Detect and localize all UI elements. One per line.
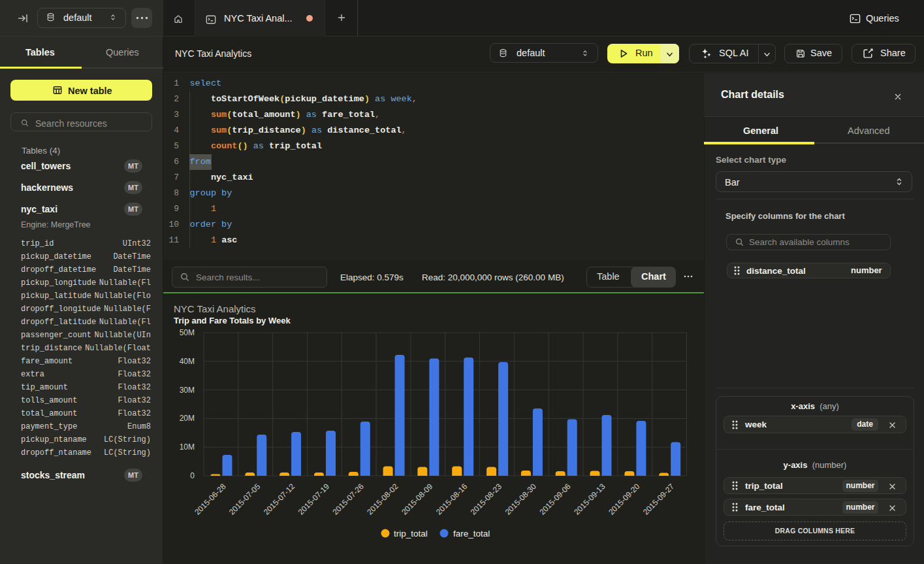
svg-text:10M: 10M	[180, 442, 195, 452]
svg-text:30M: 30M	[180, 386, 195, 395]
svg-text:2015-07-19: 2015-07-19	[296, 482, 332, 517]
svg-text:2015-07-26: 2015-07-26	[331, 482, 366, 517]
svg-text:2015-07-12: 2015-07-12	[262, 482, 297, 517]
svg-text:2015-08-16: 2015-08-16	[434, 482, 470, 517]
svg-text:2015-08-23: 2015-08-23	[469, 482, 504, 517]
svg-text:2015-09-13: 2015-09-13	[572, 482, 607, 517]
svg-text:2015-08-02: 2015-08-02	[365, 482, 400, 517]
svg-text:20M: 20M	[180, 414, 195, 423]
svg-text:2015-08-09: 2015-08-09	[400, 482, 435, 517]
svg-text:0: 0	[190, 471, 195, 480]
svg-text:2015-08-30: 2015-08-30	[503, 482, 539, 517]
svg-text:fare_total: fare_total	[453, 529, 490, 539]
svg-text:2015-06-28: 2015-06-28	[193, 482, 228, 517]
svg-text:2015-09-06: 2015-09-06	[537, 482, 573, 517]
svg-text:40M: 40M	[180, 357, 195, 366]
svg-text:2015-07-05: 2015-07-05	[227, 482, 263, 517]
svg-text:2015-09-27: 2015-09-27	[641, 482, 677, 517]
svg-text:trip_total: trip_total	[394, 529, 428, 539]
svg-text:2015-09-20: 2015-09-20	[607, 482, 642, 517]
svg-text:50M: 50M	[180, 328, 195, 337]
